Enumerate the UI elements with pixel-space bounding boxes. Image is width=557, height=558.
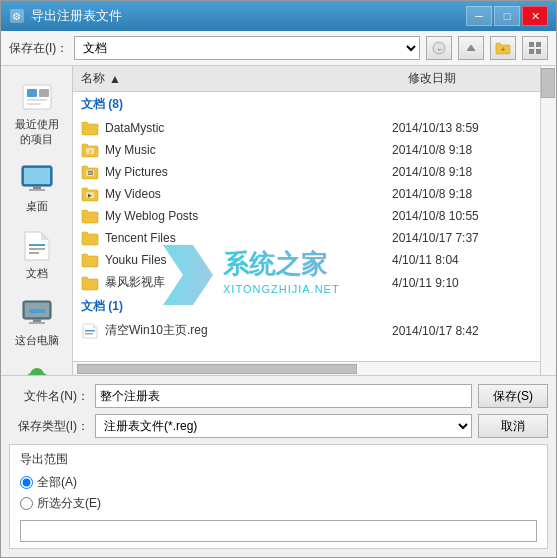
svg-rect-11 (39, 89, 49, 97)
sort-arrow-icon: ▲ (109, 72, 121, 86)
up-button[interactable] (458, 36, 484, 60)
back-icon: ← (432, 41, 446, 55)
filename-row: 文件名(N)： 保存(S) (9, 384, 548, 408)
file-date: 4/10/11 9:10 (392, 276, 532, 290)
save-button[interactable]: 保存(S) (478, 384, 548, 408)
cancel-button[interactable]: 取消 (478, 414, 548, 438)
special-folder-icon: ▶ (81, 186, 101, 202)
filetype-select[interactable]: 注册表文件(*.reg) (95, 414, 472, 438)
col-date-header[interactable]: 修改日期 (400, 66, 540, 91)
list-item[interactable]: ♪ My Music 2014/10/8 9:18 (73, 139, 540, 161)
sidebar-item-desktop[interactable]: 桌面 (3, 156, 71, 219)
radio-all[interactable] (20, 476, 33, 489)
export-range-group: 导出范围 全部(A) 所选分支(E) (9, 444, 548, 549)
sidebar-item-computer-label: 这台电脑 (15, 333, 59, 348)
list-item[interactable]: Youku Files 4/10/11 8:04 (73, 249, 540, 271)
file-list[interactable]: 文档 (8) DataMystic 2014/10/13 8:59 (73, 92, 540, 361)
file-name: My Music (105, 143, 392, 157)
file-name: My Weblog Posts (105, 209, 392, 223)
file-date: 2014/10/8 9:18 (392, 165, 532, 179)
svg-point-28 (30, 368, 44, 375)
up-icon (464, 41, 478, 55)
list-item[interactable]: DataMystic 2014/10/13 8:59 (73, 117, 540, 139)
main-area: 最近使用的项目 桌面 (1, 66, 556, 375)
cloud-icon: K (19, 362, 55, 375)
list-item[interactable]: 清空Win10主页.reg 2014/10/17 8:42 (73, 319, 540, 342)
sidebar: 最近使用的项目 桌面 (1, 66, 73, 375)
scrollbar-thumb[interactable] (541, 68, 555, 98)
svg-rect-8 (536, 49, 541, 54)
close-button[interactable]: ✕ (522, 6, 548, 26)
documents-icon (19, 228, 55, 264)
svg-rect-18 (29, 244, 45, 246)
branch-input[interactable] (20, 520, 537, 542)
sidebar-item-recent-label: 最近使用的项目 (10, 117, 64, 147)
horizontal-scrollbar[interactable] (73, 361, 540, 375)
maximize-button[interactable]: □ (494, 6, 520, 26)
sidebar-item-documents[interactable]: 文档 (3, 223, 71, 286)
folder-icon (81, 252, 101, 268)
sidebar-item-recent[interactable]: 最近使用的项目 (3, 74, 71, 152)
folder-icon (81, 230, 101, 246)
file-header: 名称 ▲ 修改日期 (73, 66, 540, 92)
new-folder-button[interactable]: + (490, 36, 516, 60)
reg-file-icon (81, 323, 101, 339)
desktop-icon (19, 161, 55, 197)
svg-rect-24 (29, 322, 45, 324)
minimize-button[interactable]: ─ (466, 6, 492, 26)
radio-selected-label[interactable]: 所选分支(E) (37, 495, 101, 512)
filetype-label: 保存类型(I)： (9, 418, 89, 435)
sidebar-item-desktop-label: 桌面 (26, 199, 48, 214)
svg-rect-25 (29, 309, 45, 313)
sidebar-item-documents-label: 文档 (26, 266, 48, 281)
sidebar-item-computer[interactable]: 这台电脑 (3, 290, 71, 353)
file-name: DataMystic (105, 121, 392, 135)
file-date: 2014/10/8 9:18 (392, 187, 532, 201)
filename-input[interactable] (95, 384, 472, 408)
computer-icon (19, 295, 55, 331)
radio-all-label[interactable]: 全部(A) (37, 474, 77, 491)
vertical-scrollbar[interactable] (540, 66, 556, 375)
col-name-header[interactable]: 名称 ▲ (73, 66, 400, 91)
svg-rect-5 (529, 42, 534, 47)
special-folder-icon: ♪ (81, 142, 101, 158)
file-name: 清空Win10主页.reg (105, 322, 392, 339)
new-folder-icon: + (495, 41, 511, 55)
list-item[interactable]: Tencent Files 2014/10/17 7:37 (73, 227, 540, 249)
file-name: 暴风影视库 (105, 274, 392, 291)
svg-rect-20 (29, 252, 39, 254)
svg-rect-7 (529, 49, 534, 54)
file-date: 2014/10/8 9:18 (392, 143, 532, 157)
svg-rect-19 (29, 248, 45, 250)
folder-icon (81, 208, 101, 224)
title-buttons: ─ □ ✕ (466, 6, 548, 26)
file-area-wrapper: 名称 ▲ 修改日期 文档 (8) (73, 66, 540, 375)
back-button[interactable]: ← (426, 36, 452, 60)
svg-rect-16 (33, 186, 41, 189)
list-item[interactable]: My Weblog Posts 2014/10/8 10:55 (73, 205, 540, 227)
file-name: My Pictures (105, 165, 392, 179)
sidebar-item-cloud[interactable]: K 金山快盘 (3, 357, 71, 375)
view-button[interactable] (522, 36, 548, 60)
filetype-row: 保存类型(I)： 注册表文件(*.reg) 取消 (9, 414, 548, 438)
save-in-label: 保存在(I)： (9, 40, 68, 57)
scrollbar-thumb[interactable] (77, 364, 357, 374)
list-item[interactable]: 🖼 My Pictures 2014/10/8 9:18 (73, 161, 540, 183)
file-name: Youku Files (105, 253, 392, 267)
view-icon (528, 41, 542, 55)
svg-rect-37 (85, 330, 95, 332)
title-text: 导出注册表文件 (31, 7, 122, 25)
svg-text:←: ← (436, 45, 444, 54)
bottom-area: 文件名(N)： 保存(S) 保存类型(I)： 注册表文件(*.reg) 取消 导… (1, 375, 556, 557)
list-item[interactable]: ▶ My Videos 2014/10/8 9:18 (73, 183, 540, 205)
list-item[interactable]: 暴风影视库 4/10/11 9:10 (73, 271, 540, 294)
filename-label: 文件名(N)： (9, 388, 89, 405)
recent-icon (19, 79, 55, 115)
toolbar: 保存在(I)： 文档 ← + (1, 31, 556, 66)
radio-all-row: 全部(A) (20, 474, 537, 491)
svg-rect-10 (27, 89, 37, 97)
file-group-header-2: 文档 (1) (73, 294, 540, 319)
radio-selected[interactable] (20, 497, 33, 510)
export-range-title: 导出范围 (20, 451, 537, 468)
save-in-select[interactable]: 文档 (74, 36, 420, 60)
